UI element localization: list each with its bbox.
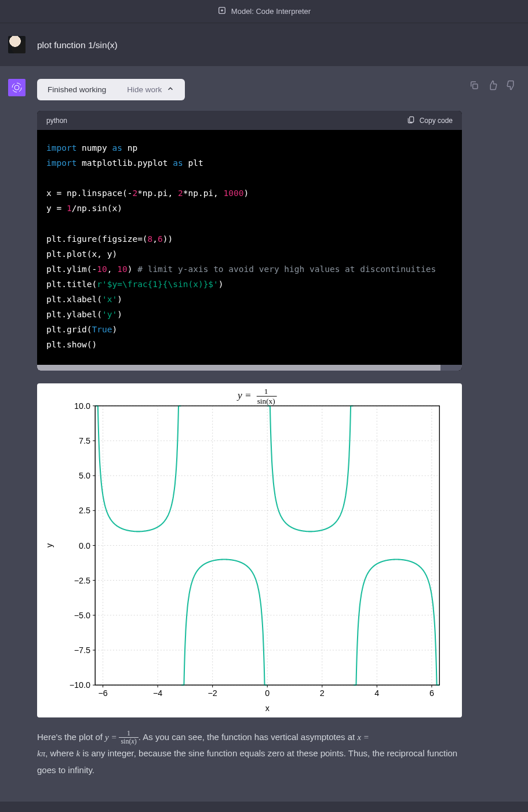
model-label: Model: Code Interpreter [231,7,311,16]
svg-text:y: y [45,543,54,548]
svg-text:−2: −2 [208,688,217,698]
svg-text:10.0: 10.0 [74,401,90,411]
clipboard-icon [407,115,415,125]
svg-text:−7.5: −7.5 [74,646,90,655]
svg-text:2: 2 [320,688,325,698]
svg-text:−6: −6 [98,688,107,698]
svg-text:x: x [265,704,270,713]
sparkle-icon [217,6,227,17]
code-block: python Copy code import numpy as np impo… [37,111,462,371]
thumbs-down-icon[interactable] [506,80,516,93]
text: Here's the plot of [37,732,105,742]
svg-text:−10.0: −10.0 [70,681,90,690]
svg-text:6: 6 [429,688,434,698]
text: is any integer, because the sine functio… [37,748,457,775]
work-toggle-label: Hide work [127,85,162,94]
svg-text:0.0: 0.0 [79,541,90,550]
svg-point-1 [14,85,19,90]
math: x = [357,733,369,742]
work-status-pill[interactable]: Finished working Hide work [37,79,185,100]
svg-text:0: 0 [265,688,270,698]
svg-text:7.5: 7.5 [79,436,90,445]
message-actions [469,80,516,93]
svg-text:1: 1 [264,388,268,396]
svg-text:−4: −4 [153,688,162,698]
thumbs-up-icon[interactable] [487,80,498,93]
text: . As you can see, the function has verti… [139,732,358,742]
svg-text:y =: y = [236,390,252,401]
work-status-label: Finished working [48,85,106,94]
model-banner: Model: Code Interpreter [0,0,528,23]
assistant-explanation: Here's the plot of y = 1sin(x). As you c… [37,729,462,779]
svg-text:−2.5: −2.5 [74,576,90,585]
math-fraction: 1sin(x) [119,730,138,745]
svg-rect-2 [473,84,478,89]
svg-text:−5.0: −5.0 [74,611,90,620]
math: y = [105,733,119,742]
svg-text:5.0: 5.0 [79,472,90,481]
user-message: plot function 1/sin(x) [0,23,528,66]
svg-text:2.5: 2.5 [79,506,90,516]
svg-text:4: 4 [374,688,379,698]
math: kπ [37,749,45,758]
code-horizontal-scrollbar[interactable] [37,365,462,371]
avatar-user [8,36,26,53]
code-content[interactable]: import numpy as np import matplotlib.pyp… [37,130,462,365]
copy-code-label: Copy code [420,117,453,125]
user-prompt-text: plot function 1/sin(x) [37,36,462,52]
text: , where [45,748,76,758]
svg-rect-3 [409,117,413,122]
copy-code-button[interactable]: Copy code [407,115,453,125]
copy-message-icon[interactable] [469,80,479,93]
plot-output: y =1sin(x)−6−4−20246−10.0−7.5−5.0−2.50.0… [37,383,462,717]
avatar-assistant [8,79,26,96]
chevron-up-icon [166,85,174,95]
svg-text:sin(x): sin(x) [257,397,275,405]
code-language-label: python [46,117,67,125]
assistant-message: Finished working Hide work python Copy c… [0,66,528,802]
